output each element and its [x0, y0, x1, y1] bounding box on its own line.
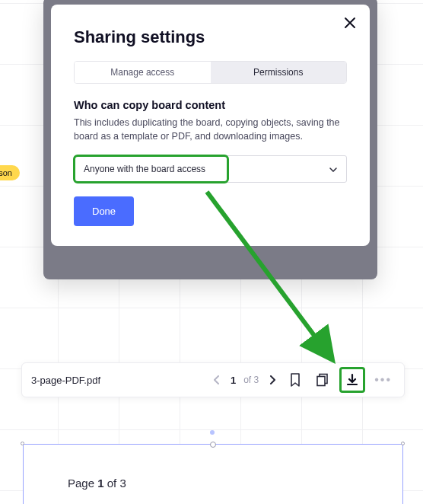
selection-handle-tl[interactable] — [21, 442, 24, 445]
copy-pages-button[interactable] — [312, 369, 333, 391]
permission-heading: Who can copy board content — [74, 99, 347, 111]
page-current: 1 — [231, 375, 236, 386]
permission-description: This includes duplicating the board, cop… — [74, 116, 347, 143]
sharing-settings-modal: Sharing settings Manage access Permissio… — [51, 5, 370, 246]
pdf-page-frame[interactable]: Page 1 of 3 — [23, 444, 403, 504]
close-button[interactable] — [344, 17, 356, 29]
page-of: of 3 — [243, 375, 259, 385]
copy-icon — [316, 373, 329, 387]
selection-handle-tr[interactable] — [401, 442, 405, 445]
pdf-toolbar: 3-page-PDF.pdf 1 of 3 ••• — [21, 362, 405, 397]
modal-backdrop: Sharing settings Manage access Permissio… — [43, 0, 377, 279]
bookmark-icon — [289, 373, 301, 387]
chevron-down-icon — [329, 164, 337, 174]
selection-handle-top[interactable] — [210, 442, 216, 448]
tab-manage-access[interactable]: Manage access — [75, 62, 211, 83]
close-icon — [344, 17, 356, 29]
more-options-button[interactable]: ••• — [371, 373, 395, 387]
ellipsis-icon: ••• — [374, 373, 392, 386]
svg-rect-1 — [317, 377, 325, 386]
next-page-button[interactable] — [266, 372, 278, 388]
pdf-page-label: Page 1 of 3 — [68, 477, 126, 490]
chevron-left-icon — [214, 375, 220, 384]
pdf-filename: 3-page-PDF.pdf — [31, 375, 100, 386]
done-button[interactable]: Done — [74, 196, 134, 226]
download-icon — [345, 373, 359, 387]
bookmark-button[interactable] — [285, 369, 306, 391]
user-tag-chip[interactable]: hnson — [0, 165, 20, 180]
prev-page-button[interactable] — [211, 372, 223, 388]
tab-permissions[interactable]: Permissions — [211, 62, 347, 83]
chevron-right-icon — [269, 375, 275, 384]
select-value: Anyone with the board access — [84, 164, 205, 174]
selection-handle-mid[interactable] — [210, 430, 215, 435]
page-navigator: 1 of 3 — [211, 372, 278, 388]
copy-permission-select[interactable]: Anyone with the board access — [74, 155, 347, 183]
download-button[interactable] — [339, 367, 365, 393]
modal-title: Sharing settings — [74, 27, 347, 47]
modal-tabs: Manage access Permissions — [74, 61, 347, 84]
